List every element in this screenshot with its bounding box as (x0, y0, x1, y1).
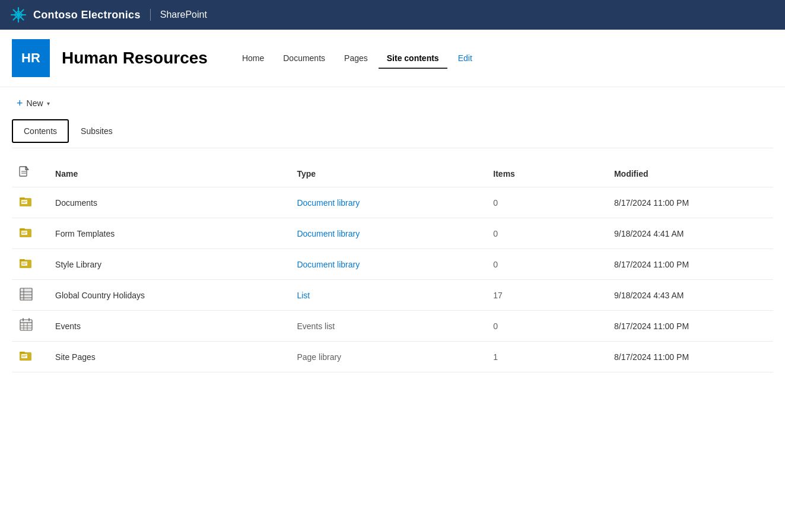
new-plus-icon: + (17, 98, 23, 109)
contoso-logo-icon (9, 6, 27, 24)
file-header-icon (19, 166, 30, 179)
svg-rect-18 (20, 288, 32, 300)
topbar-divider (150, 9, 151, 21)
row-name-site-pages[interactable]: Site Pages (48, 342, 290, 372)
svg-rect-6 (22, 201, 27, 202)
row-icon-global-country-holidays (12, 280, 48, 311)
col-header-icon (12, 160, 48, 187)
table-row[interactable]: Site PagesPage library18/17/2024 11:00 P… (12, 342, 773, 372)
tabs-container: Contents Subsites (0, 119, 785, 148)
row-type-documents[interactable]: Document library (290, 187, 486, 218)
new-button-label: New (27, 98, 43, 108)
nav-item-home[interactable]: Home (234, 49, 272, 69)
tab-subsites[interactable]: Subsites (69, 119, 125, 143)
row-icon-form-templates (12, 218, 48, 249)
site-logo-initials: HR (21, 50, 40, 66)
contents-table: Name Type Items Modified DocumentsDocume… (12, 160, 773, 372)
row-items-site-pages: 1 (486, 342, 607, 372)
svg-rect-7 (22, 202, 26, 203)
row-type-events: Events list (290, 311, 486, 342)
svg-rect-36 (22, 355, 27, 356)
row-items-form-templates: 0 (486, 218, 607, 249)
table-header-row: Name Type Items Modified (12, 160, 773, 187)
row-items-global-country-holidays: 17 (486, 280, 607, 311)
table-row[interactable]: Form TemplatesDocument library09/18/2024… (12, 218, 773, 249)
topbar-app-name: Contoso Electronics (33, 9, 141, 21)
nav-item-pages[interactable]: Pages (336, 49, 376, 69)
content-area: Name Type Items Modified DocumentsDocume… (0, 148, 785, 384)
row-modified-documents: 8/17/2024 11:00 PM (607, 187, 773, 218)
svg-rect-11 (22, 232, 27, 232)
row-icon-events (12, 311, 48, 342)
row-name-documents[interactable]: Documents (48, 187, 290, 218)
row-name-events[interactable]: Events (48, 311, 290, 342)
col-header-type: Type (290, 160, 486, 187)
row-name-global-country-holidays[interactable]: Global Country Holidays (48, 280, 290, 311)
row-modified-events: 8/17/2024 11:00 PM (607, 311, 773, 342)
nav-item-documents[interactable]: Documents (275, 49, 333, 69)
svg-rect-34 (20, 352, 25, 353)
svg-rect-4 (20, 197, 25, 199)
row-name-form-templates[interactable]: Form Templates (48, 218, 290, 249)
svg-rect-15 (21, 262, 27, 266)
table-row[interactable]: Style LibraryDocument library08/17/2024 … (12, 249, 773, 280)
row-items-documents: 0 (486, 187, 607, 218)
table-row[interactable]: DocumentsDocument library08/17/2024 11:0… (12, 187, 773, 218)
svg-rect-5 (21, 200, 27, 204)
nav-item-site-contents[interactable]: Site contents (379, 49, 447, 69)
svg-rect-16 (22, 263, 27, 263)
svg-rect-14 (20, 259, 25, 261)
topbar-logo[interactable]: Contoso Electronics (9, 6, 141, 24)
toolbar: + New ▾ (0, 87, 785, 119)
col-header-items: Items (486, 160, 607, 187)
tabs: Contents Subsites (12, 119, 773, 143)
row-modified-global-country-holidays: 9/18/2024 4:43 AM (607, 280, 773, 311)
new-button[interactable]: + New ▾ (12, 94, 55, 112)
row-icon-documents (12, 187, 48, 218)
row-modified-form-templates: 9/18/2024 4:41 AM (607, 218, 773, 249)
svg-rect-9 (20, 228, 25, 230)
col-header-modified: Modified (607, 160, 773, 187)
svg-rect-17 (22, 264, 26, 265)
svg-rect-25 (20, 320, 32, 330)
site-logo: HR (12, 39, 50, 77)
row-icon-style-library (12, 249, 48, 280)
nav-item-edit[interactable]: Edit (450, 49, 481, 69)
row-type-site-pages: Page library (290, 342, 486, 372)
svg-rect-35 (21, 354, 27, 358)
tab-contents[interactable]: Contents (12, 119, 69, 143)
row-icon-site-pages (12, 342, 48, 372)
svg-rect-10 (21, 231, 27, 235)
site-nav: Home Documents Pages Site contents Edit (234, 49, 773, 68)
row-name-style-library[interactable]: Style Library (48, 249, 290, 280)
new-chevron-icon: ▾ (47, 100, 50, 107)
row-type-global-country-holidays[interactable]: List (290, 280, 486, 311)
site-title: Human Resources (62, 49, 208, 68)
site-header: HR Human Resources Home Documents Pages … (0, 30, 785, 87)
row-items-style-library: 0 (486, 249, 607, 280)
col-header-name: Name (48, 160, 290, 187)
topbar: Contoso Electronics SharePoint (0, 0, 785, 30)
row-type-style-library[interactable]: Document library (290, 249, 486, 280)
topbar-product: SharePoint (160, 9, 207, 20)
svg-rect-37 (22, 356, 26, 357)
table-row[interactable]: Global Country HolidaysList179/18/2024 4… (12, 280, 773, 311)
row-modified-site-pages: 8/17/2024 11:00 PM (607, 342, 773, 372)
row-modified-style-library: 8/17/2024 11:00 PM (607, 249, 773, 280)
row-items-events: 0 (486, 311, 607, 342)
row-type-form-templates[interactable]: Document library (290, 218, 486, 249)
table-row[interactable]: EventsEvents list08/17/2024 11:00 PM (12, 311, 773, 342)
svg-rect-12 (22, 233, 26, 234)
